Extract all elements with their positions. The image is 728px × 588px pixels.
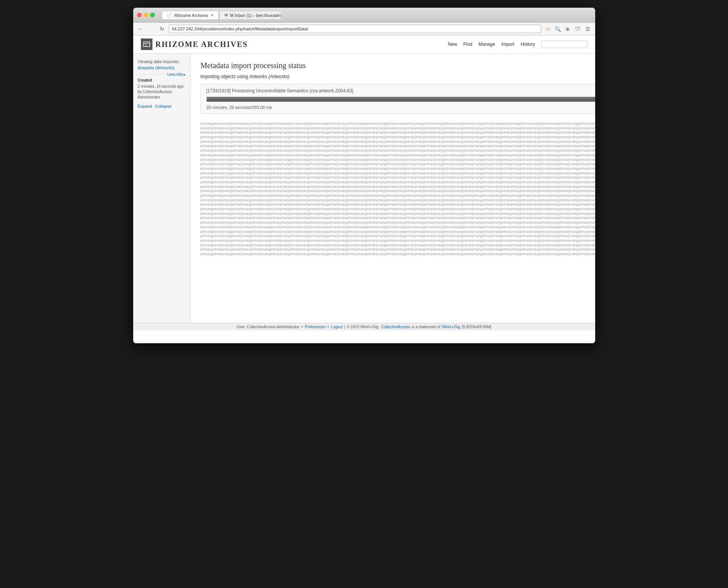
overflow-line-5: primaryprimarymaryprimarymaryprimarymary… [201, 140, 595, 144]
overflow-line-4: primaryprimarymaryprimarymaryprimarymary… [201, 135, 595, 140]
overflow-line-24: primaryprimarymaryprimarymaryprimarymary… [201, 225, 595, 230]
sidebar-expand-link[interactable]: Expand [138, 104, 152, 109]
footer-preferences-link[interactable]: Preferences [305, 325, 326, 329]
overflow-line-21: primaryprimarymaryprimarymaryprimarymary… [201, 212, 595, 216]
sidebar: Viewing data importer: Artworks (Artwork… [133, 53, 191, 323]
progress-bar-container [206, 97, 595, 102]
overflow-line-14: primaryprimarymaryprimarymaryprimarymary… [201, 180, 595, 185]
toolbar-right: ☆ 🔍 ⊕ 🛡 ☰ [544, 25, 592, 33]
footer-copyright: © 2013 Whirl-i-Gig. [347, 325, 380, 329]
sidebar-actions: Expand Collapse [138, 104, 186, 109]
forward-button[interactable]: → [147, 25, 156, 33]
sidebar-created-value: 2 minutes, 14 seconds ago by CollectiveA… [138, 84, 186, 100]
logo-icon [141, 38, 152, 50]
nav-search-input[interactable] [541, 40, 587, 48]
app-header: RHIZOME ARCHIVES New Find Manage Import … [133, 35, 595, 53]
sidebar-collapse-link[interactable]: Collapse [155, 104, 172, 109]
overflow-line-6: primaryprimarymaryprimarymaryprimarymary… [201, 144, 595, 149]
processing-title: [1733/1919] Processing Uncontrollable Se… [206, 88, 595, 94]
overflow-line-18: primaryprimarymaryprimarymaryprimarymary… [201, 198, 595, 203]
footer-trademark: is a trademark of [412, 325, 440, 329]
overflow-content: primaryprimarymaryprimarymaryprimarymary… [201, 118, 595, 261]
overflow-line-22: primaryprimarymaryprimarymaryprimarymary… [201, 216, 595, 220]
tab-close-icon[interactable]: ✕ [211, 13, 214, 17]
overflow-line-16: primaryprimarymaryprimarymaryprimarymary… [201, 189, 595, 194]
app-footer: User: CollectiveAccess Administrator > P… [133, 323, 595, 331]
main-content: Metadata import processing status Import… [191, 53, 595, 323]
window-maximize-button[interactable] [150, 13, 155, 17]
tab-favicon-mail: ✉ [224, 13, 228, 18]
browser-toolbar: ← → ↻ ☆ 🔍 ⊕ 🛡 ☰ [133, 23, 595, 35]
bookmark-button[interactable]: ☆ [544, 25, 552, 33]
footer-separator-1: > [301, 325, 303, 329]
overflow-line-13: primaryprimarymaryprimarymaryprimarymary… [201, 175, 595, 180]
overflow-line-11: primaryprimarymaryprimarymaryprimarymary… [201, 167, 595, 171]
refresh-button[interactable]: ↻ [158, 25, 166, 33]
overflow-line-26: primaryprimarymaryprimarymaryprimarymary… [201, 234, 595, 239]
overflow-line-12: primaryprimarymaryprimarymaryprimarymary… [201, 171, 595, 176]
overflow-line-20: primaryprimarymaryprimarymaryprimarymary… [201, 207, 595, 212]
time-label: 20 minutes, 29 seconds/293.00 mb [206, 105, 272, 110]
browser-tab-mail[interactable]: ✉ M Inbox (1) – ben.finoradin… ✕ [219, 11, 281, 19]
logo-text: RHIZOME ARCHIVES [156, 40, 248, 49]
nav-manage[interactable]: Manage [479, 42, 495, 47]
footer-ca-link[interactable]: CollectiveAccess [381, 325, 410, 329]
overflow-line-28: primaryprimarymaryprimarymaryprimarymary… [201, 243, 595, 248]
footer-whirl-link[interactable]: Whirl-i-Gig [442, 325, 460, 329]
window-controls [137, 13, 155, 17]
layers-button[interactable]: ⊕ [564, 25, 572, 33]
overflow-line-30: primaryprimarymaryprimarymaryprimarymary… [201, 252, 595, 257]
overflow-line-19: primaryprimarymaryprimarymaryprimarymary… [201, 202, 595, 207]
footer-memory: [0.9253s/69.00M] [462, 325, 491, 329]
processing-box: [1733/1919] Processing Uncontrollable Se… [201, 84, 595, 114]
nav-history[interactable]: History [520, 42, 535, 47]
overflow-line-2: primaryprimarymaryprimarymaryprimarymary… [201, 126, 595, 131]
menu-button[interactable]: ☰ [584, 25, 592, 33]
overflow-line-10: primaryprimarymaryprimarymaryprimarymary… [201, 162, 595, 167]
overflow-line-8: primaryprimarymaryprimarymaryprimarymary… [201, 153, 595, 158]
overflow-line-29: primaryprimarymaryprimarymaryprimarymary… [201, 247, 595, 252]
overflow-line-1: primaryprimarymaryprimarymaryprimarymary… [201, 122, 595, 126]
overflow-line-27: primaryprimarymaryprimarymaryprimarymary… [201, 239, 595, 243]
overflow-line-17: primaryprimarymaryprimarymaryprimarymary… [201, 194, 595, 198]
processing-stats: 20 minutes, 29 seconds/293.00 mb 1733 pr… [206, 105, 595, 110]
main-layout: Viewing data importer: Artworks (Artwork… [133, 53, 595, 323]
tab-favicon: 📄 [167, 13, 172, 18]
page-title: Metadata import processing status [201, 61, 595, 70]
status-line: Importing objects using Artworks (Artwor… [201, 74, 595, 79]
tab-label-mail: M Inbox (1) – ben.finoradin… [230, 13, 281, 18]
window-minimize-button[interactable] [144, 13, 148, 17]
app-logo: RHIZOME ARCHIVES [141, 38, 248, 50]
tabs-bar: 📄 Rhizome Archives ✕ ✉ M Inbox (1) – ben… [162, 11, 281, 19]
search-icon-button[interactable]: 🔍 [554, 25, 562, 33]
nav-new[interactable]: New [448, 42, 457, 47]
svg-rect-0 [144, 42, 150, 47]
footer-user: User: CollectiveAccess Administrator [237, 325, 300, 329]
nav-find[interactable]: Find [463, 42, 472, 47]
browser-tab-active[interactable]: 📄 Rhizome Archives ✕ [162, 11, 219, 19]
nav-import[interactable]: Import [501, 42, 514, 47]
address-bar[interactable] [169, 25, 541, 33]
overflow-line-25: primaryprimarymaryprimarymaryprimarymary… [201, 230, 595, 234]
browser-window: 📄 Rhizome Archives ✕ ✉ M Inbox (1) – ben… [133, 8, 595, 343]
browser-titlebar: 📄 Rhizome Archives ✕ ✉ M Inbox (1) – ben… [133, 8, 595, 23]
back-button[interactable]: ← [136, 25, 145, 33]
tab-label: Rhizome Archives [174, 13, 208, 18]
footer-separator-3: | [344, 325, 345, 329]
sidebar-viewing-label: Viewing data importer: [138, 59, 186, 64]
overflow-line-23: primaryprimarymaryprimarymaryprimarymary… [201, 220, 595, 225]
footer-separator-2: > [327, 325, 330, 329]
window-close-button[interactable] [137, 13, 142, 17]
sidebar-details-section: Created 2 minutes, 14 seconds ago by Col… [138, 74, 186, 100]
app-content: RHIZOME ARCHIVES New Find Manage Import … [133, 35, 595, 343]
footer-logout-link[interactable]: Logout [331, 325, 343, 329]
progress-bar-fill [207, 97, 595, 102]
app-nav: New Find Manage Import History [448, 40, 587, 48]
sidebar-importer-link[interactable]: Artworks (Artworks) [138, 65, 186, 70]
overflow-line-3: primaryprimarymaryprimarymaryprimarymary… [201, 130, 595, 135]
sidebar-created-title: Created [138, 78, 186, 82]
shield-button[interactable]: 🛡 [574, 25, 582, 33]
sidebar-less-info-link[interactable]: Less info ▸ [167, 72, 186, 77]
overflow-line-15: primaryprimarymaryprimarymaryprimarymary… [201, 185, 595, 189]
overflow-line-7: primaryprimarymaryprimarymaryprimarymary… [201, 149, 595, 153]
